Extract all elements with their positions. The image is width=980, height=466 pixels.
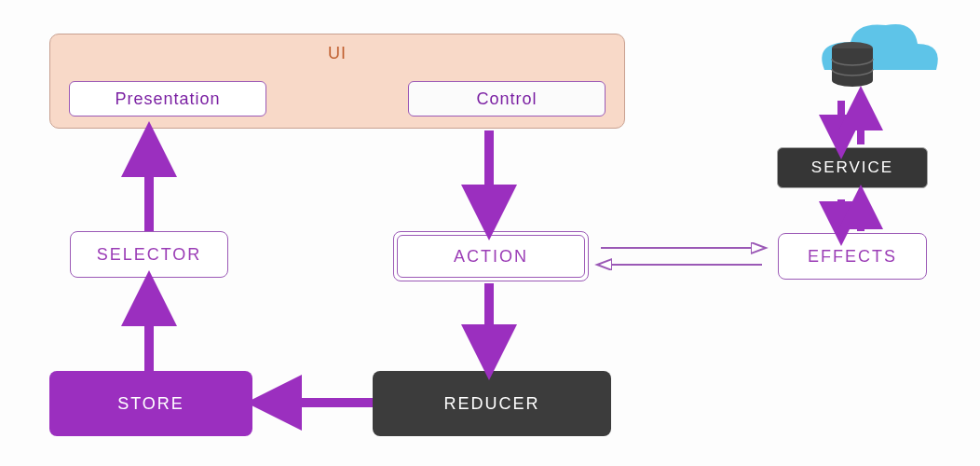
diagram-canvas: UI Presentation Control SELECTOR ACTION … bbox=[0, 0, 980, 466]
action-box: ACTION bbox=[393, 231, 589, 281]
service-box: SERVICE bbox=[777, 147, 928, 188]
effects-box: EFFECTS bbox=[778, 233, 927, 280]
ui-title: UI bbox=[328, 44, 347, 63]
selector-box: SELECTOR bbox=[70, 231, 228, 278]
action-label: ACTION bbox=[397, 235, 585, 278]
store-box: STORE bbox=[49, 371, 252, 436]
svg-rect-1 bbox=[832, 48, 873, 80]
control-box: Control bbox=[408, 81, 606, 116]
ui-container: UI Presentation Control bbox=[49, 34, 625, 129]
svg-point-2 bbox=[832, 74, 873, 87]
cloud-database-icon bbox=[822, 24, 938, 87]
svg-point-0 bbox=[832, 42, 873, 55]
presentation-box: Presentation bbox=[69, 81, 266, 116]
reducer-box: REDUCER bbox=[373, 371, 611, 436]
